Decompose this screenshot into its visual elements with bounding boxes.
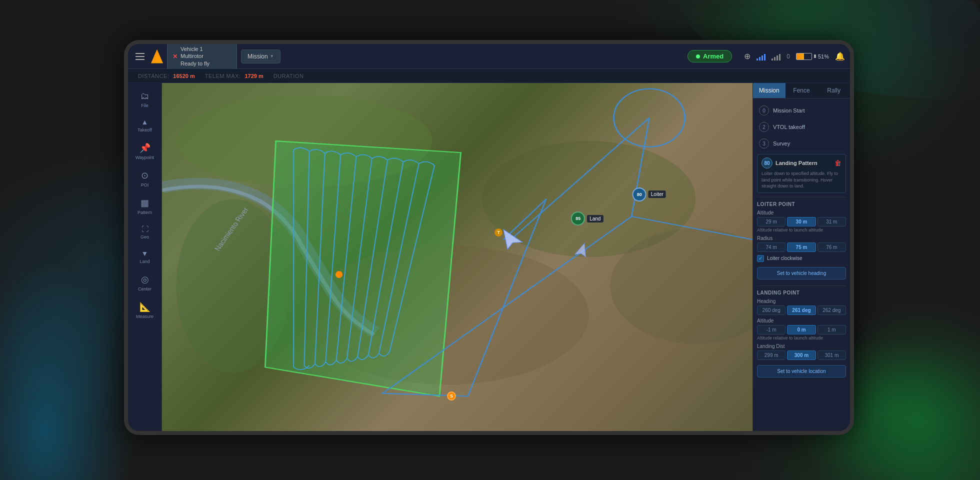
rc-bar-4 bbox=[779, 54, 780, 60]
battery-box bbox=[796, 53, 812, 60]
info-bar: DISTANCE: 16520 m TELEM MAX: 1729 m DURA… bbox=[128, 69, 850, 83]
waypoint-t-marker[interactable]: T bbox=[494, 228, 502, 236]
start-marker-icon: S bbox=[447, 392, 456, 400]
tab-rally[interactable]: Rally bbox=[818, 83, 850, 98]
radius-next-btn[interactable]: 76 m bbox=[818, 242, 846, 252]
armed-badge: Armed bbox=[688, 50, 732, 62]
takeoff-icon: ▲ bbox=[142, 118, 148, 126]
landing-altitude-prev-btn[interactable]: -1 m bbox=[757, 325, 786, 334]
app-logo bbox=[151, 50, 163, 64]
poi-icon: ⊙ bbox=[141, 170, 148, 181]
sidebar-land-label: Land bbox=[140, 259, 150, 264]
mission-item-0[interactable]: 0 Mission Start bbox=[757, 102, 846, 119]
radius-current-btn[interactable]: 75 m bbox=[787, 242, 816, 252]
radius-label: Radius bbox=[757, 236, 846, 241]
landing-dist-controls: 299 m 300 m 301 m bbox=[757, 350, 846, 360]
field-marker-1[interactable] bbox=[336, 271, 342, 278]
map-area[interactable]: Nacimiento River bbox=[162, 83, 752, 431]
landing-dist-prev-btn[interactable]: 299 m bbox=[757, 350, 786, 360]
sidebar-takeoff-label: Takeoff bbox=[138, 128, 152, 132]
rc-bar-1 bbox=[772, 58, 773, 60]
sidebar-item-land[interactable]: ▼ Land bbox=[131, 246, 159, 268]
land-marker[interactable]: 85 Land bbox=[571, 212, 603, 226]
loiter-clockwise-label: Loiter clockwise bbox=[767, 256, 802, 261]
tab-mission-label: Mission bbox=[759, 87, 780, 94]
duration-info: DURATION bbox=[274, 73, 304, 79]
land-icon: ▼ bbox=[142, 250, 148, 258]
mission-item-3[interactable]: 3 Survey bbox=[757, 136, 846, 152]
start-marker[interactable]: S bbox=[447, 392, 456, 400]
sidebar-waypoint-label: Waypoint bbox=[136, 155, 154, 160]
set-vehicle-location-btn[interactable]: Set to vehicle location bbox=[757, 365, 846, 378]
sidebar-pattern-label: Pattern bbox=[138, 210, 152, 215]
mission-label: Mission bbox=[248, 53, 268, 60]
landing-dist-param: Landing Dist 299 m 300 m 301 m bbox=[757, 344, 846, 360]
sidebar-item-geo[interactable]: ⛶ Geo bbox=[131, 221, 159, 244]
file-icon: 🗂 bbox=[140, 91, 150, 102]
pattern-icon: ▦ bbox=[140, 198, 149, 208]
heading-controls: 260 deg 261 deg 262 deg bbox=[757, 306, 846, 315]
menu-button[interactable] bbox=[133, 50, 147, 62]
rc-bar-3 bbox=[776, 56, 778, 60]
loiter-clockwise-row[interactable]: ✓ Loiter clockwise bbox=[757, 255, 846, 262]
heading-next-btn[interactable]: 262 deg bbox=[818, 306, 846, 315]
sidebar-item-pattern[interactable]: ▦ Pattern bbox=[131, 194, 159, 219]
loiter-marker[interactable]: 80 Loiter bbox=[632, 188, 666, 202]
landing-altitude-param: Altitude -1 m 0 m 1 m Altitude relative … bbox=[757, 318, 846, 340]
landing-altitude-subtitle: Altitude relative to launch altitude bbox=[757, 336, 846, 340]
tab-rally-label: Rally bbox=[827, 87, 840, 94]
altitude-controls: 29 m 30 m 31 m bbox=[757, 217, 846, 226]
right-panel: Mission Fence Rally 0 Mission Start bbox=[752, 83, 850, 431]
landing-altitude-current-btn[interactable]: 0 m bbox=[787, 325, 816, 334]
distance-value: 16520 m bbox=[173, 73, 194, 79]
landing-dist-current-btn[interactable]: 300 m bbox=[787, 350, 816, 360]
mission-button[interactable]: Mission bbox=[241, 50, 280, 64]
altitude-subtitle: Altitude relative to launch altitude bbox=[757, 228, 846, 232]
sidebar-item-takeoff[interactable]: ▲ Takeoff bbox=[131, 114, 159, 136]
heading-prev-btn[interactable]: 260 deg bbox=[757, 306, 786, 315]
radius-prev-btn[interactable]: 74 m bbox=[757, 242, 786, 252]
sidebar-item-file[interactable]: 🗂 File bbox=[131, 87, 159, 112]
landing-altitude-label: Altitude bbox=[757, 318, 846, 324]
sidebar-item-center[interactable]: ◎ Center bbox=[131, 270, 159, 296]
gps-icon[interactable]: ⊕ bbox=[744, 52, 750, 61]
heading-param: Heading 260 deg 261 deg 262 deg bbox=[757, 298, 846, 315]
header-icons: ⊕ 0 bbox=[744, 52, 845, 61]
altitude-current-btn[interactable]: 30 m bbox=[787, 217, 816, 226]
lp-delete-button[interactable]: 🗑 bbox=[834, 159, 842, 167]
vehicle-badge[interactable]: ✕ Vehicle 1 Multirotor Ready to fly bbox=[167, 43, 237, 70]
notification-bell-icon[interactable]: 🔔 bbox=[835, 52, 845, 61]
lp-description: Loiter down to specified altitude. Fly t… bbox=[762, 170, 842, 190]
landing-dist-next-btn[interactable]: 301 m bbox=[818, 350, 846, 360]
landing-altitude-controls: -1 m 0 m 1 m bbox=[757, 325, 846, 334]
sidebar-item-waypoint[interactable]: 📌 Waypoint bbox=[131, 138, 159, 164]
sidebar-item-measure[interactable]: 📐 Measure bbox=[131, 298, 159, 323]
heading-current-btn[interactable]: 261 deg bbox=[787, 306, 816, 315]
set-vehicle-heading-btn[interactable]: Set to vehicle heading bbox=[757, 267, 846, 280]
mission-item-2[interactable]: 2 VTOL takeoff bbox=[757, 119, 846, 136]
left-sidebar: 🗂 File ▲ Takeoff 📌 Waypoint ⊙ POI ▦ bbox=[128, 83, 162, 431]
landing-altitude-next-btn[interactable]: 1 m bbox=[818, 325, 846, 334]
altitude-param: Altitude 29 m 30 m 31 m Altitude relativ… bbox=[757, 210, 846, 232]
loiter-clockwise-checkbox[interactable]: ✓ bbox=[757, 255, 764, 262]
signal-bar-1 bbox=[756, 58, 758, 60]
sidebar-item-poi[interactable]: ⊙ POI bbox=[131, 166, 159, 192]
land-marker-num: 85 bbox=[571, 212, 585, 226]
tab-fence[interactable]: Fence bbox=[786, 83, 818, 98]
checkmark-icon: ✓ bbox=[758, 256, 762, 261]
sidebar-poi-label: POI bbox=[141, 182, 149, 188]
distance-info: DISTANCE: 16520 m bbox=[138, 73, 195, 79]
map-background bbox=[162, 83, 752, 431]
vehicle-type: Multirotor bbox=[180, 52, 210, 60]
altitude-next-btn[interactable]: 31 m bbox=[818, 217, 846, 226]
battery-fill bbox=[796, 54, 804, 60]
battery-tip bbox=[814, 54, 816, 58]
sidebar-geo-label: Geo bbox=[140, 234, 149, 240]
duration-label: DURATION bbox=[274, 73, 304, 79]
waypoint-icon: 📌 bbox=[140, 142, 150, 154]
center-icon: ◎ bbox=[141, 274, 149, 285]
vehicle-name: Vehicle 1 bbox=[180, 46, 210, 52]
altitude-prev-btn[interactable]: 29 m bbox=[757, 217, 786, 226]
tab-mission[interactable]: Mission bbox=[753, 83, 786, 98]
mission-item-0-num: 0 bbox=[759, 106, 769, 116]
